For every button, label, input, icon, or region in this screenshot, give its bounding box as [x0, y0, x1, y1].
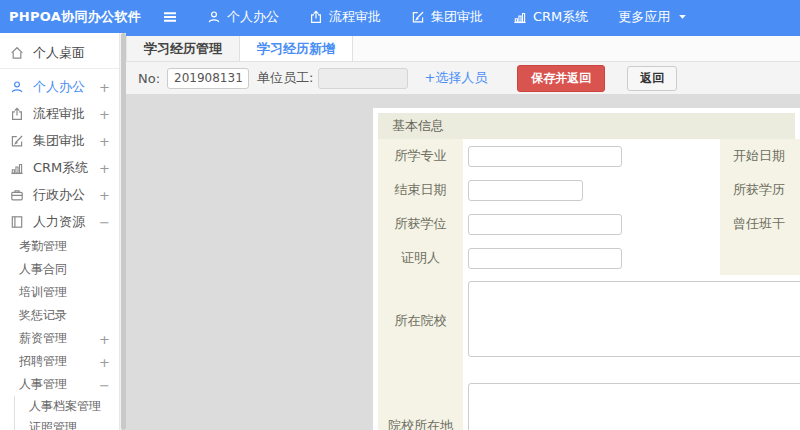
edit-icon [411, 10, 425, 24]
sidebar-item-label: 流程审批 [33, 105, 85, 123]
home-icon [10, 46, 24, 60]
sidebar-item[interactable]: 个人桌面 [0, 38, 126, 69]
sidebar-item-label: 人事档案管理 [29, 398, 101, 415]
nav-item-label: 更多应用 [618, 8, 670, 26]
expand-plus-icon[interactable]: + [99, 134, 110, 147]
content-area: 基本信息 开始日期所获学历曾任班干 所学专业结束日期所获学位证明人所在院校院校所… [126, 95, 800, 430]
collapse-minus-icon[interactable]: − [99, 215, 110, 228]
form-field-label: 所获学位 [378, 215, 463, 233]
sidebar-item[interactable]: 个人办公+ [0, 73, 126, 100]
form-row: 结束日期 [378, 173, 795, 207]
form-textarea[interactable] [468, 281, 800, 357]
tab-bar: 学习经历管理学习经历新增 [126, 33, 800, 62]
sidebar-item[interactable]: 招聘管理+ [0, 350, 126, 373]
sidebar-item[interactable]: 培训管理 [0, 281, 126, 304]
staff-label: 单位员工: [257, 69, 313, 87]
sidebar: 个人桌面个人办公+流程审批+集团审批+CRM系统+行政办公+人力资源−考勤管理人… [0, 33, 126, 430]
chart-icon [10, 161, 24, 175]
expand-plus-icon[interactable]: + [99, 80, 110, 93]
share-icon [10, 107, 24, 121]
sidebar-item[interactable]: 行政办公+ [0, 181, 126, 208]
form-field-label: 所学专业 [378, 147, 463, 165]
sidebar-item-label: 人力资源 [33, 213, 85, 231]
form-field-label: 结束日期 [378, 181, 463, 199]
no-label: No: [138, 71, 160, 86]
form-row: 证明人 [378, 241, 795, 275]
nav-item[interactable]: 流程审批 [294, 0, 396, 33]
form-field-label: 院校所在地 [378, 417, 463, 430]
nav-item[interactable]: CRM系统 [498, 0, 603, 33]
form-field [463, 383, 800, 430]
form-field [463, 180, 583, 201]
nav-item-label: CRM系统 [533, 8, 588, 26]
form-body: 开始日期所获学历曾任班干 所学专业结束日期所获学位证明人所在院校院校所在地 [378, 139, 795, 430]
sidebar-item-label: 集团审批 [33, 132, 85, 150]
tab[interactable]: 学习经历管理 [126, 36, 240, 61]
user-icon [207, 10, 221, 24]
expand-plus-icon[interactable]: + [99, 332, 110, 345]
expand-plus-icon[interactable]: + [99, 355, 110, 368]
nav-item-label: 流程审批 [329, 8, 381, 26]
sidebar-item[interactable]: 人力资源− [0, 208, 126, 235]
sidebar-item[interactable]: 人事档案管理 [14, 396, 126, 417]
collapse-minus-icon[interactable]: − [99, 378, 110, 391]
form-text-input[interactable] [468, 214, 622, 235]
sidebar-item-label: 培训管理 [19, 284, 67, 301]
expand-plus-icon[interactable]: + [99, 188, 110, 201]
app-window: PHPOA协同办公软件 个人办公流程审批集团审批CRM系统更多应用 个人桌面个人… [0, 0, 800, 430]
sidebar-item[interactable]: CRM系统+ [0, 154, 126, 181]
hamburger-menu-icon[interactable] [162, 9, 178, 25]
staff-input[interactable] [318, 68, 408, 89]
form-rows: 所学专业结束日期所获学位证明人所在院校院校所在地 [378, 139, 795, 430]
chart-icon [513, 10, 527, 24]
form-text-input[interactable] [468, 180, 583, 201]
select-person-link[interactable]: +选择人员 [424, 69, 487, 87]
back-button[interactable]: 返回 [627, 66, 677, 91]
nav-item-label: 个人办公 [227, 8, 279, 26]
nav-item[interactable]: 个人办公 [192, 0, 294, 33]
app-shell: 个人桌面个人办公+流程审批+集团审批+CRM系统+行政办公+人力资源−考勤管理人… [0, 33, 800, 430]
sidebar-item-label: 证照管理 [29, 419, 77, 430]
edit-icon [10, 134, 24, 148]
nav-item-label: 集团审批 [431, 8, 483, 26]
sidebar-item[interactable]: 薪资管理+ [0, 327, 126, 350]
sidebar-item-label: 个人办公 [33, 78, 85, 96]
form-textarea[interactable] [468, 383, 800, 430]
nav-item[interactable]: 集团审批 [396, 0, 498, 33]
sidebar-item[interactable]: 奖惩记录 [0, 304, 126, 327]
sidebar-item[interactable]: 流程审批+ [0, 100, 126, 127]
form-text-input[interactable] [468, 248, 622, 269]
form-text-input[interactable] [468, 146, 622, 167]
form-field [463, 281, 800, 360]
user-icon [10, 80, 24, 94]
form-field [463, 146, 622, 167]
sidebar-item-label: 行政办公 [33, 186, 85, 204]
toolbar: No: 单位员工: +选择人员 保存并返回 返回 [126, 62, 800, 95]
caret-down-icon [678, 12, 687, 21]
sidebar-item[interactable]: 证照管理 [14, 417, 126, 430]
book-icon [10, 215, 24, 229]
nav-item[interactable]: 更多应用 [603, 0, 702, 33]
save-return-button[interactable]: 保存并返回 [517, 65, 605, 92]
share-icon [309, 10, 323, 24]
expand-plus-icon[interactable]: + [99, 107, 110, 120]
expand-plus-icon[interactable]: + [99, 161, 110, 174]
no-input[interactable] [167, 68, 249, 89]
sidebar-scrollbar[interactable] [119, 33, 126, 430]
sidebar-item-label: 招聘管理 [19, 353, 67, 370]
tab[interactable]: 学习经历新增 [240, 36, 353, 61]
sidebar-item-label: CRM系统 [33, 159, 88, 177]
sidebar-item[interactable]: 考勤管理 [0, 235, 126, 258]
briefcase-icon [10, 188, 24, 202]
form-row: 所在院校 [378, 281, 795, 360]
section-header: 基本信息 [378, 113, 795, 139]
sidebar-item[interactable]: 人事合同 [0, 258, 126, 281]
top-navbar: PHPOA协同办公软件 个人办公流程审批集团审批CRM系统更多应用 [0, 0, 800, 33]
sidebar-item-label: 薪资管理 [19, 330, 67, 347]
sidebar-item[interactable]: 人事管理− [0, 373, 126, 396]
sidebar-item-label: 考勤管理 [19, 238, 67, 255]
main-area: 学习经历管理学习经历新增 No: 单位员工: +选择人员 保存并返回 返回 基本… [126, 33, 800, 430]
top-nav-menu: 个人办公流程审批集团审批CRM系统更多应用 [192, 0, 702, 33]
form-field-label: 所在院校 [378, 312, 463, 330]
sidebar-item[interactable]: 集团审批+ [0, 127, 126, 154]
